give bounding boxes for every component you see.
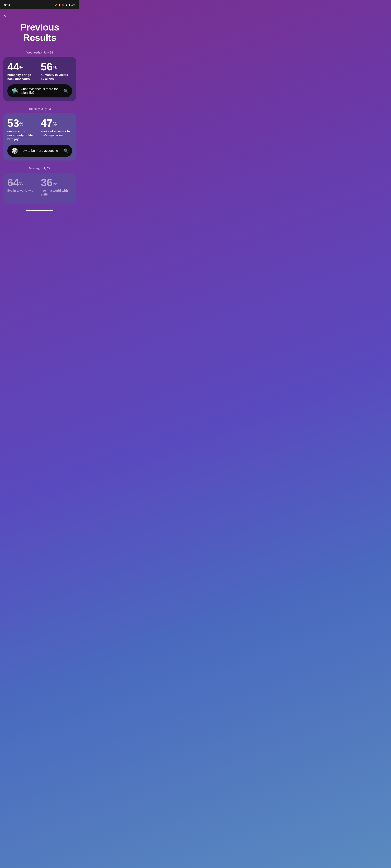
home-indicator (26, 210, 53, 211)
stat-number-2-1: 64 (7, 177, 19, 188)
result-stats-1: 53% embrace the uncertainty of life with… (7, 118, 72, 141)
page-title: Previous Results (0, 20, 79, 51)
result-card-2: 64% live in a world with 36% live in a w… (3, 173, 76, 204)
stat-number-1-2: 47 (41, 117, 53, 129)
key-icon: 🔑 (55, 4, 58, 6)
stat-item-1-2: 47% seek out answers to life's mysteries (41, 118, 72, 141)
result-card-0: 44% humanity brings back dinosaurs 56% h… (3, 57, 76, 101)
search-mag-icon-0: 🔍 (63, 89, 68, 93)
stat-item-0-1: 44% humanity brings back dinosaurs (7, 61, 39, 81)
stat-label-2-2: live in a world with scifi- (41, 189, 72, 196)
result-card-1: 53% embrace the uncertainty of life with… (3, 113, 76, 160)
search-pill-text-1: how to be more accepting (21, 149, 61, 153)
battery-level: 53% (71, 4, 75, 6)
date-label-2: Monday, July 22 (0, 166, 79, 170)
status-bar: 3:54 🔑 ✱ 🔇 ▲ ▮ 53% (0, 0, 79, 9)
search-pill-text-0: what evidence is there for alien life? (21, 87, 61, 95)
back-button[interactable]: ‹ (0, 9, 10, 20)
stat-label-0-1: humanity brings back dinosaurs (7, 73, 39, 81)
stat-number-2-2: 36 (41, 177, 53, 188)
status-icons: 🔑 ✱ 🔇 ▲ ▮ 53% (55, 4, 75, 6)
stat-number-0-2: 56 (41, 61, 53, 73)
result-stats-2: 64% live in a world with 36% live in a w… (7, 177, 72, 196)
stat-percent-2-1: % (19, 181, 23, 186)
stat-label-0-2: humanity is visited by aliens (41, 73, 72, 81)
search-pill-icon-0: 🛸 (11, 88, 18, 94)
stat-item-2-2: 36% live in a world with scifi- (41, 177, 72, 196)
stat-item-1-1: 53% embrace the uncertainty of life with… (7, 118, 39, 141)
search-pill-icon-1: 🎲 (11, 148, 18, 154)
stat-label-1-2: seek out answers to life's mysteries (41, 129, 72, 137)
stat-item-2-1: 64% live in a world with (7, 177, 39, 196)
stat-label-1-1: embrace the uncertainty of life with joy (7, 129, 39, 141)
mute-icon: 🔇 (61, 4, 64, 6)
search-mag-icon-1: 🔍 (63, 148, 68, 153)
date-label-0: Wednesday, July 24 (0, 51, 79, 54)
stat-percent-0-2: % (53, 65, 57, 70)
search-pill-1[interactable]: 🎲 how to be more accepting 🔍 (7, 145, 72, 157)
result-stats-0: 44% humanity brings back dinosaurs 56% h… (7, 61, 72, 81)
signal-icon: ▮ (68, 4, 70, 6)
back-arrow-icon: ‹ (4, 12, 6, 18)
stat-number-0-1: 44 (7, 61, 19, 73)
stat-percent-1-1: % (19, 121, 23, 127)
date-label-1: Tuesday, July 23 (0, 107, 79, 111)
status-time: 3:54 (4, 3, 10, 7)
bluetooth-icon: ✱ (59, 4, 60, 6)
wifi-icon: ▲ (65, 4, 67, 6)
stat-number-1-1: 53 (7, 117, 19, 129)
stat-label-2-1: live in a world with (7, 189, 39, 193)
stat-percent-2-2: % (53, 181, 57, 186)
stat-item-0-2: 56% humanity is visited by aliens (41, 61, 72, 81)
stat-percent-1-2: % (53, 121, 57, 127)
search-pill-0[interactable]: 🛸 what evidence is there for alien life?… (7, 85, 72, 97)
stat-percent-0-1: % (19, 65, 23, 70)
